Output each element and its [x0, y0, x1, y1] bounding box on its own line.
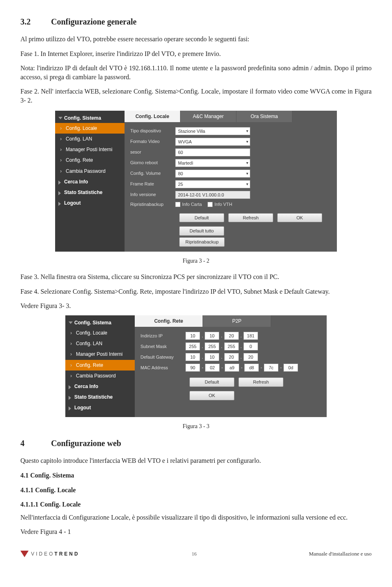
tab-config-locale[interactable]: Config. Locale	[125, 111, 180, 122]
sidebar-head-config-sistema[interactable]: Config. Sistema	[65, 318, 135, 328]
sidebar-item-manager-posti[interactable]: Manager Posti Interni	[65, 349, 135, 359]
label-tipo: Tipo dispositivo	[130, 128, 175, 134]
mac-octet[interactable]: 0d	[283, 364, 298, 372]
ip-octet[interactable]: 10	[205, 353, 219, 361]
dot-icon: .	[240, 354, 243, 360]
input-indirizzo-ip[interactable]: 10. 10. 20. 181	[185, 332, 258, 340]
ip-octet[interactable]: 20	[243, 353, 258, 361]
dash-icon: -	[201, 364, 204, 371]
sidebar-item-logout[interactable]: Logout	[55, 198, 125, 208]
dash-icon: -	[220, 364, 224, 371]
sidebar-item-config-lan[interactable]: Config. LAN	[65, 338, 135, 349]
select-giorno-reboot[interactable]: Martedì	[175, 159, 250, 167]
mac-octet[interactable]: 7c	[264, 364, 278, 372]
select-volume[interactable]: 80	[175, 170, 250, 178]
section-4-heading: 4 Configurazione web	[20, 438, 372, 449]
dash-icon: -	[260, 364, 263, 371]
page-footer: VIDEOTREND 16 Manuale d'installazione e …	[20, 550, 372, 558]
paragraph: Fase 4. Selezionare Config. Sistema>Conf…	[20, 287, 372, 296]
ok-button[interactable]: OK	[189, 391, 234, 400]
ip-octet[interactable]: 10	[185, 332, 200, 340]
section-3-2-heading: 3.2 Configurazione generale	[20, 16, 372, 27]
ip-octet[interactable]: 0	[243, 342, 258, 350]
sidebar-item-cambia-password[interactable]: Cambia Password	[65, 371, 135, 381]
input-subnet-mask[interactable]: 255. 255. 255. 0	[185, 342, 258, 350]
sidebar-item-config-lan[interactable]: Config. LAN	[55, 134, 125, 144]
dot-icon: .	[201, 333, 204, 339]
input-default-gateway[interactable]: 10. 10. 20. 20	[185, 353, 258, 361]
ip-octet[interactable]: 20	[224, 332, 239, 340]
sidebar-item-manager-posti[interactable]: Manager Posti Interni	[55, 144, 125, 155]
checkbox-box-icon	[175, 202, 180, 207]
tab-p2p[interactable]: P2P	[203, 315, 271, 327]
section-title: Configurazione web	[51, 439, 121, 448]
logo-text: VIDEOTREND	[31, 551, 80, 557]
sidebar-item-config-locale[interactable]: Config. Locale	[65, 328, 135, 338]
section-number: 3.2	[20, 16, 49, 27]
label-sesor: sesor	[130, 149, 175, 155]
mac-octet[interactable]: d8	[244, 364, 259, 372]
subsection-4-1-1: 4.1.1 Config. Locale	[20, 486, 372, 495]
sidebar-item-config-locale[interactable]: Config. Locale	[55, 123, 125, 134]
ip-octet[interactable]: 255	[224, 342, 239, 350]
sidebar-item-config-rete[interactable]: Config. Rete	[55, 155, 125, 165]
input-sesor[interactable]: 60	[175, 148, 250, 156]
paragraph: Fase 3. Nella finestra ora Sistema, clic…	[20, 272, 372, 281]
paragraph: Nota: l'indirizzo IP di default del VTO …	[20, 64, 372, 81]
sidebar-item-stato-statistiche[interactable]: Stato Statistiche	[65, 392, 135, 402]
ip-octet[interactable]: 10	[185, 353, 200, 361]
label-frame: Frame Rate	[130, 181, 175, 187]
refresh-button[interactable]: Refresh	[238, 377, 283, 387]
sidebar-item-cerca-info[interactable]: Cerca Info	[65, 381, 135, 392]
sidebar-item-cambia-password[interactable]: Cambia Password	[55, 166, 125, 176]
ip-octet[interactable]: 255	[185, 342, 200, 350]
figure-caption-3-3: Figura 3 - 3	[20, 423, 372, 431]
ok-button[interactable]: OK	[277, 213, 322, 223]
select-formato-video[interactable]: WVGA	[175, 138, 250, 146]
paragraph: Al primo utilizzo del VTO, potrebbe esse…	[20, 35, 372, 44]
logo-videotrend: VIDEOTREND	[20, 551, 80, 557]
manual-title: Manuale d'installazione e uso	[309, 550, 372, 558]
logo-triangle-icon	[20, 551, 29, 557]
checkbox-info-vth[interactable]: Info VTH	[207, 201, 232, 208]
ip-octet[interactable]: 10	[205, 332, 219, 340]
checkbox-info-carta[interactable]: Info Carta	[175, 201, 202, 208]
ip-octet[interactable]: 20	[224, 353, 239, 361]
mac-octet[interactable]: 90	[185, 364, 200, 372]
label-gw: Default Gateway	[140, 354, 185, 360]
mac-octet[interactable]: a9	[225, 364, 239, 372]
ripristinabackup-button[interactable]: Ripristinabackup	[179, 237, 225, 247]
ip-octet[interactable]: 255	[205, 342, 219, 350]
label-ip: Indirizzo IP	[140, 333, 185, 339]
label-giorno: Giorno reboot	[130, 160, 175, 166]
default-tutto-button[interactable]: Default tutto	[179, 226, 224, 236]
select-frame-rate[interactable]: 25	[175, 180, 250, 188]
sidebar-head-config-sistema[interactable]: Config. Sistema	[55, 113, 125, 123]
mac-octet[interactable]: 02	[205, 364, 220, 372]
tab-ora-sistema[interactable]: Ora Sistema	[236, 111, 292, 122]
paragraph: Vedere Figura 3- 3.	[20, 301, 372, 310]
tab-ac-manager[interactable]: A&C Manager	[180, 111, 236, 122]
dash-icon: -	[240, 364, 243, 371]
screenshot-config-rete: Config. Sistema Config. Locale Config. L…	[65, 315, 327, 417]
logo-part2: TREND	[54, 551, 79, 557]
default-button[interactable]: Default	[179, 213, 224, 223]
sidebar-item-logout[interactable]: Logout	[65, 402, 135, 413]
sidebar-item-config-rete[interactable]: Config. Rete	[65, 360, 135, 371]
sidebar-item-cerca-info[interactable]: Cerca Info	[55, 176, 125, 187]
sidebar-item-stato-statistiche[interactable]: Stato Statistiche	[55, 187, 125, 198]
default-button[interactable]: Default	[189, 377, 234, 387]
ip-octet[interactable]: 181	[243, 332, 258, 340]
label-formato: Formato Video	[130, 138, 175, 145]
logo-part1: VIDEO	[31, 551, 54, 557]
dot-icon: .	[220, 333, 223, 339]
paragraph: Fase 1. In Internet Explorer, inserire l…	[20, 49, 372, 58]
refresh-button[interactable]: Refresh	[228, 213, 273, 223]
sidebar: Config. Sistema Config. Locale Config. L…	[65, 315, 135, 417]
tab-config-rete[interactable]: Config. Rete	[135, 315, 203, 327]
checkbox-label: Info VTH	[214, 201, 232, 208]
select-tipo-dispositivo[interactable]: Stazione Villa	[175, 127, 250, 135]
input-mac-address[interactable]: 90- 02- a9- d8- 7c- 0d	[185, 364, 298, 372]
dot-icon: .	[201, 354, 204, 360]
section-title: Configurazione generale	[51, 17, 136, 26]
